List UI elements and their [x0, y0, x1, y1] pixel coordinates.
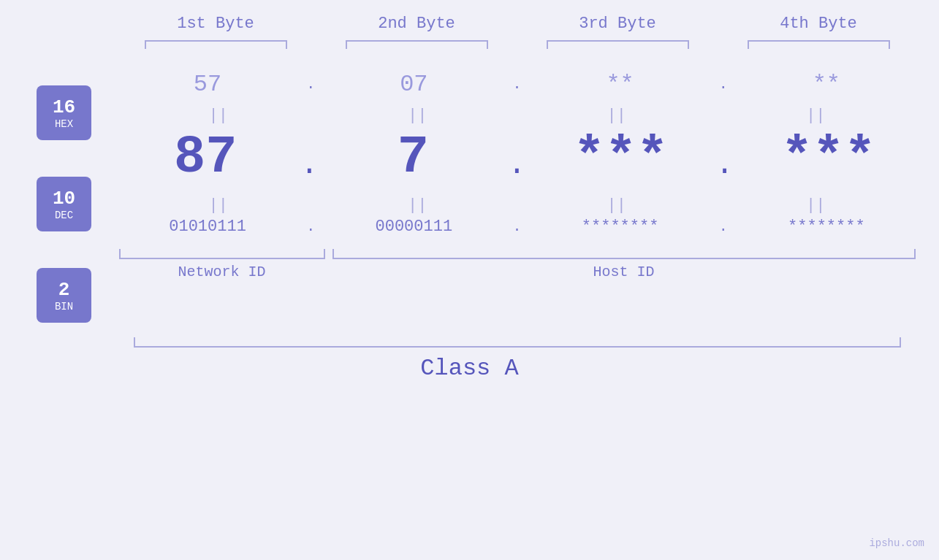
dec-byte2-cell: 7 [332, 128, 493, 188]
bin-byte4-value: ******** [788, 218, 865, 236]
eq1-cell2: || [337, 107, 498, 125]
hex-dot3: . [719, 76, 728, 93]
dec-byte2-value: 7 [398, 128, 429, 188]
eq1-cell1: || [138, 107, 299, 125]
bin-byte3-value: ******** [582, 218, 659, 236]
bin-byte3-cell: ******** [540, 218, 701, 236]
hex-byte2-cell: 07 [333, 71, 494, 98]
dec-byte3-cell: *** [541, 128, 702, 188]
main-container: 1st Byte 2nd Byte 3rd Byte 4th Byte 16 H… [0, 0, 939, 560]
eq2-cell4: || [735, 196, 896, 215]
bracket4 [748, 40, 890, 49]
dec-byte4-cell: *** [748, 128, 909, 188]
hex-badge-label: HEX [55, 118, 73, 130]
bracket3 [547, 40, 689, 49]
hex-dot1: . [306, 76, 315, 93]
byte4-header: 4th Byte [738, 15, 899, 33]
dec-row: 87 . 7 . *** . *** [112, 128, 923, 188]
byte2-header: 2nd Byte [336, 15, 497, 33]
dec-byte1-cell: 87 [125, 128, 286, 188]
host-id-label: Host ID [332, 264, 916, 280]
bracket2 [346, 40, 488, 49]
full-bottom-bracket [134, 337, 901, 348]
dec-dot2: . [508, 135, 526, 180]
eq2-cell3: || [536, 196, 697, 215]
byte1-header: 1st Byte [135, 15, 296, 33]
bin-byte2-cell: 00000111 [333, 218, 494, 236]
sub-brackets-row [112, 249, 923, 259]
hex-row: 57 . 07 . ** . ** [112, 71, 923, 98]
hex-byte1-value: 57 [194, 71, 221, 98]
dec-dot1: . [300, 135, 319, 180]
equals-row-2: || || || || [112, 193, 923, 218]
dec-byte3-value: *** [574, 128, 669, 188]
hex-badge-number: 16 [53, 96, 75, 118]
host-bracket [332, 249, 916, 259]
top-brackets [115, 40, 919, 49]
bin-byte1-value: 01010111 [169, 218, 246, 236]
bracket1 [145, 40, 287, 49]
bin-badge-number: 2 [58, 279, 70, 301]
network-bracket [119, 249, 325, 259]
hex-byte4-value: ** [813, 71, 840, 98]
hex-byte3-cell: ** [540, 71, 701, 98]
data-rows: 57 . 07 . ** . ** || || || || [112, 64, 923, 280]
dec-badge: 10 DEC [37, 177, 91, 231]
dec-badge-label: DEC [55, 210, 73, 221]
eq1-cell4: || [735, 107, 896, 125]
bin-badge-label: BIN [55, 301, 73, 312]
watermark: ipshu.com [869, 537, 924, 549]
bin-dot1: . [306, 218, 315, 235]
byte3-header: 3rd Byte [537, 15, 698, 33]
hex-byte1-cell: 57 [127, 71, 288, 98]
bin-row: 01010111 . 00000111 . ******** . *******… [112, 218, 923, 236]
bin-dot2: . [512, 218, 521, 235]
byte-headers: 1st Byte 2nd Byte 3rd Byte 4th Byte [115, 15, 919, 33]
hex-badge: 16 HEX [37, 85, 91, 140]
equals-row-1: || || || || [112, 104, 923, 128]
hex-byte2-value: 07 [400, 71, 427, 98]
dec-byte4-value: *** [781, 128, 876, 188]
bin-byte1-cell: 01010111 [127, 218, 288, 236]
badges-column: 16 HEX 10 DEC 2 BIN [17, 64, 112, 323]
id-labels-row: Network ID Host ID [112, 264, 923, 280]
eq2-cell2: || [337, 196, 498, 215]
dec-badge-number: 10 [53, 188, 75, 210]
bin-badge: 2 BIN [37, 268, 91, 323]
hex-byte3-value: ** [606, 71, 634, 98]
main-content: 16 HEX 10 DEC 2 BIN 57 . 07 [17, 64, 923, 323]
bin-byte2-value: 00000111 [376, 218, 453, 236]
eq2-cell1: || [138, 196, 299, 215]
class-label: Class A [420, 355, 518, 382]
dec-byte1-value: 87 [174, 128, 237, 188]
hex-dot2: . [512, 76, 521, 93]
dec-dot3: . [715, 135, 734, 180]
hex-byte4-cell: ** [746, 71, 907, 98]
eq1-cell3: || [536, 107, 697, 125]
bin-dot3: . [719, 218, 728, 235]
network-id-label: Network ID [119, 264, 325, 280]
bin-byte4-cell: ******** [746, 218, 907, 236]
